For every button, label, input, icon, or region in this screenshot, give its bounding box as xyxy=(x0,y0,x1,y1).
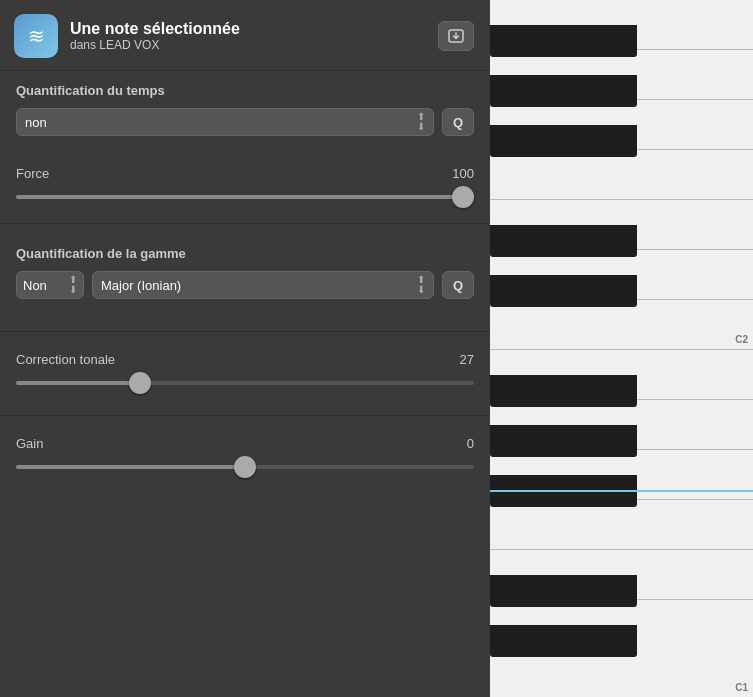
white-key-f2[interactable] xyxy=(490,150,753,200)
header: ≋ Une note sélectionnée dans LEAD VOX xyxy=(0,0,490,70)
force-row: Force 100 xyxy=(16,166,474,181)
gain-row: Gain 0 xyxy=(16,436,474,451)
black-key-bb1[interactable] xyxy=(490,375,637,407)
quantification-gamme-select2[interactable]: Major (Ionian) ⬆⬇ xyxy=(92,271,434,299)
black-key-eb2[interactable] xyxy=(490,225,637,257)
gain-value: 0 xyxy=(467,436,474,451)
header-subtitle: dans LEAD VOX xyxy=(70,38,426,54)
select-arrows-icon-2: ⬆⬇ xyxy=(69,275,77,295)
quantification-gamme-label: Quantification de la gamme xyxy=(16,246,474,261)
quantification-gamme-select1[interactable]: Non ⬆⬇ xyxy=(16,271,84,299)
select-arrows-icon: ⬆⬇ xyxy=(417,112,425,132)
pitch-indicator-line xyxy=(490,490,753,492)
gamme-select2-value: Major (Ionian) xyxy=(101,278,181,293)
black-key-eb1[interactable] xyxy=(490,575,637,607)
correction-tonale-slider-container[interactable] xyxy=(16,373,474,393)
quantification-temps-row: non ⬆⬇ Q xyxy=(16,108,474,136)
gain-slider-fill xyxy=(16,465,245,469)
correction-tonale-section: Correction tonale 27 xyxy=(0,340,490,409)
quantification-temps-q-button[interactable]: Q xyxy=(442,108,474,136)
spacer-3 xyxy=(0,332,490,340)
white-key-f1[interactable] xyxy=(490,500,753,550)
black-key-bb2[interactable] xyxy=(490,25,637,57)
header-text: Une note sélectionnée dans LEAD VOX xyxy=(70,19,426,54)
quantification-temps-section: Quantification du temps non ⬆⬇ Q xyxy=(0,70,490,162)
gain-label: Gain xyxy=(16,436,43,451)
correction-tonale-row: Correction tonale 27 xyxy=(16,352,474,367)
force-section: Force 100 xyxy=(0,162,490,223)
c1-label: C1 xyxy=(735,682,748,693)
correction-tonale-label: Correction tonale xyxy=(16,352,115,367)
white-key-c2[interactable]: C2 xyxy=(490,300,753,350)
select-arrows-icon-3: ⬆⬇ xyxy=(417,275,425,295)
waveform-icon: ≋ xyxy=(28,24,45,48)
quantification-temps-select[interactable]: non ⬆⬇ xyxy=(16,108,434,136)
header-title: Une note sélectionnée xyxy=(70,19,426,38)
main-panel: ≋ Une note sélectionnée dans LEAD VOX Qu… xyxy=(0,0,490,697)
quantification-gamme-row: Non ⬆⬇ Major (Ionian) ⬆⬇ Q xyxy=(16,271,474,299)
quantification-gamme-q-button[interactable]: Q xyxy=(442,271,474,299)
black-key-ab1[interactable] xyxy=(490,425,637,457)
force-slider-container[interactable] xyxy=(16,187,474,207)
gain-section: Gain 0 xyxy=(0,424,490,493)
quantification-gamme-section: Quantification de la gamme Non ⬆⬇ Major … xyxy=(0,234,490,325)
download-button[interactable] xyxy=(438,21,474,51)
black-key-gb2[interactable] xyxy=(490,125,637,157)
app-icon: ≋ xyxy=(14,14,58,58)
gamme-select1-value: Non xyxy=(23,278,47,293)
black-key-db1[interactable] xyxy=(490,625,637,657)
c2-label: C2 xyxy=(735,334,748,345)
gain-slider-container[interactable] xyxy=(16,457,474,477)
force-slider-track xyxy=(16,195,474,199)
spacer-5 xyxy=(0,416,490,424)
force-slider-fill xyxy=(16,195,474,199)
gain-slider-thumb[interactable] xyxy=(234,456,256,478)
spacer-1 xyxy=(0,224,490,234)
correction-tonale-slider-thumb[interactable] xyxy=(129,372,151,394)
force-value: 100 xyxy=(452,166,474,181)
quantification-temps-label: Quantification du temps xyxy=(16,83,474,98)
piano-keyboard: .wkey-item { position: absolute; left: 0… xyxy=(490,0,753,697)
force-label: Force xyxy=(16,166,49,181)
correction-tonale-slider-track xyxy=(16,381,474,385)
force-slider-thumb[interactable] xyxy=(452,186,474,208)
correction-tonale-value: 27 xyxy=(460,352,474,367)
black-key-ab2[interactable] xyxy=(490,75,637,107)
black-key-db2[interactable] xyxy=(490,275,637,307)
correction-tonale-slider-fill xyxy=(16,381,140,385)
download-icon xyxy=(448,29,464,43)
quantification-temps-value: non xyxy=(25,115,47,130)
keys-wrapper: .wkey-item { position: absolute; left: 0… xyxy=(490,0,753,697)
